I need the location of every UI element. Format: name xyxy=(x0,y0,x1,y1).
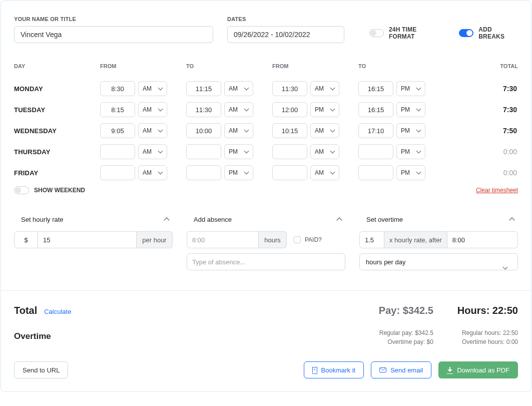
time-input[interactable] xyxy=(272,165,307,180)
time-input[interactable] xyxy=(358,102,393,117)
chevron-down-icon xyxy=(159,150,163,154)
time-input[interactable] xyxy=(186,123,221,138)
ampm-select[interactable]: AM xyxy=(138,102,167,117)
ampm-select[interactable]: AM xyxy=(138,165,167,180)
name-label: YOUR NAME OR TITLE xyxy=(14,16,213,22)
chevron-down-icon xyxy=(503,266,507,270)
time-cell: PM xyxy=(186,165,272,180)
day-name: THURSDAY xyxy=(14,148,100,156)
overtime-header[interactable]: Set overtime xyxy=(359,214,518,224)
time-input[interactable] xyxy=(100,144,135,159)
time-input[interactable] xyxy=(186,102,221,117)
hourly-rate-header[interactable]: Set hourly rate xyxy=(14,214,173,224)
ampm-select[interactable]: PM xyxy=(396,144,425,159)
time-input[interactable] xyxy=(272,102,307,117)
col-to-1: TO xyxy=(186,63,272,69)
absence-type-input[interactable] xyxy=(192,258,340,266)
ampm-select[interactable]: PM xyxy=(396,102,425,117)
paid-block[interactable]: PAID? xyxy=(294,236,322,243)
time-cell: AM xyxy=(272,81,358,96)
absence-header[interactable]: Add absence xyxy=(187,214,345,224)
show-weekend-toggle[interactable]: SHOW WEEKEND xyxy=(14,186,85,194)
ampm-select[interactable]: PM xyxy=(396,165,425,180)
time-cell: PM xyxy=(272,102,358,117)
bookmark-button[interactable]: + Bookmark it xyxy=(304,361,364,378)
absence-type-row xyxy=(187,253,345,270)
timesheet-header: DAY FROM TO FROM TO TOTAL xyxy=(14,63,518,69)
ampm-select[interactable]: AM xyxy=(310,165,339,180)
action-bar: Send to URL + Bookmark it Send email Dow… xyxy=(14,361,518,378)
time-input[interactable] xyxy=(358,81,393,96)
chevron-down-icon xyxy=(331,171,335,175)
toggle-breaks[interactable]: ADD BREAKS xyxy=(459,26,518,40)
ampm-select[interactable]: AM xyxy=(138,144,167,159)
overtime-multiplier-input[interactable] xyxy=(365,236,379,244)
time-input[interactable] xyxy=(272,81,307,96)
currency-prefix: $ xyxy=(14,231,38,248)
time-input[interactable] xyxy=(358,165,393,180)
timesheet-row: TUESDAY AM AM PM PM 7:30 xyxy=(14,99,518,120)
ampm-select[interactable]: AM xyxy=(224,123,253,138)
time-input[interactable] xyxy=(186,144,221,159)
time-input[interactable] xyxy=(358,144,393,159)
below-sheet-row: SHOW WEEKEND Clear timesheet xyxy=(14,186,518,194)
ampm-select[interactable]: AM xyxy=(138,81,167,96)
overtime-after-hours-input[interactable] xyxy=(452,236,512,244)
ampm-select[interactable]: AM xyxy=(310,81,339,96)
ampm-select[interactable]: PM xyxy=(396,81,425,96)
time-input[interactable] xyxy=(100,102,135,117)
absence-hours-suffix: hours xyxy=(259,231,287,248)
time-cell: AM xyxy=(100,81,186,96)
show-weekend-switch[interactable] xyxy=(14,186,29,194)
time-input[interactable] xyxy=(272,123,307,138)
time-input[interactable] xyxy=(358,123,393,138)
ampm-select[interactable]: AM xyxy=(310,144,339,159)
ampm-select[interactable]: PM xyxy=(224,165,253,180)
time-input[interactable] xyxy=(186,81,221,96)
pay-mini: Regular pay: $342.5 Overtime pay: $0 xyxy=(379,328,433,346)
toggle-24h[interactable]: 24H TIME FORMAT xyxy=(369,26,442,40)
ampm-select[interactable]: PM xyxy=(310,102,339,117)
time-input[interactable] xyxy=(100,165,135,180)
ampm-select[interactable]: PM xyxy=(396,123,425,138)
ampm-select[interactable]: PM xyxy=(224,144,253,159)
absence-hours-input[interactable] xyxy=(192,236,253,244)
overtime-basis-select[interactable]: hours per day xyxy=(359,253,518,270)
ampm-select[interactable]: AM xyxy=(224,81,253,96)
ampm-select[interactable]: AM xyxy=(310,123,339,138)
time-cell: AM xyxy=(100,165,186,180)
header-toggles: 24H TIME FORMAT ADD BREAKS xyxy=(369,26,518,40)
calculate-link[interactable]: Calculate xyxy=(44,308,71,315)
paid-checkbox[interactable] xyxy=(294,236,301,243)
toggle-breaks-switch[interactable] xyxy=(459,29,473,37)
toggle-24h-switch[interactable] xyxy=(369,29,384,37)
time-cell: AM xyxy=(186,123,272,138)
absence-row-1: hours PAID? xyxy=(187,231,345,248)
name-input[interactable] xyxy=(14,26,213,43)
time-input[interactable] xyxy=(186,165,221,180)
download-pdf-button[interactable]: Download as PDF xyxy=(438,361,518,378)
send-to-url-button[interactable]: Send to URL xyxy=(14,361,68,378)
row-total: 7:30 xyxy=(439,106,518,114)
hourly-rate-input-row: $ per hour xyxy=(14,231,173,248)
time-input[interactable] xyxy=(272,144,307,159)
send-email-button[interactable]: Send email xyxy=(371,361,431,378)
chevron-down-icon xyxy=(331,150,335,154)
time-cell: PM xyxy=(186,144,272,159)
time-input[interactable] xyxy=(100,81,135,96)
hours-mini: Regular hours: 22:50 Overtime hours: 0:0… xyxy=(457,328,518,346)
row-total: 7:50 xyxy=(439,127,518,135)
time-input[interactable] xyxy=(100,123,135,138)
hourly-rate-input[interactable] xyxy=(43,236,131,244)
show-weekend-label: SHOW WEEKEND xyxy=(34,187,85,194)
ampm-select[interactable]: AM xyxy=(138,123,167,138)
ampm-select[interactable]: AM xyxy=(224,102,253,117)
hourly-rate-panel: Set hourly rate $ per hour xyxy=(14,214,173,270)
chevron-down-icon xyxy=(245,171,249,175)
chevron-down-icon xyxy=(159,87,163,91)
dates-field-group: DATES xyxy=(227,16,344,43)
dates-input[interactable] xyxy=(227,26,344,43)
day-name: MONDAY xyxy=(14,85,100,93)
clear-timesheet-link[interactable]: Clear timesheet xyxy=(476,187,518,194)
chevron-down-icon xyxy=(245,150,249,154)
